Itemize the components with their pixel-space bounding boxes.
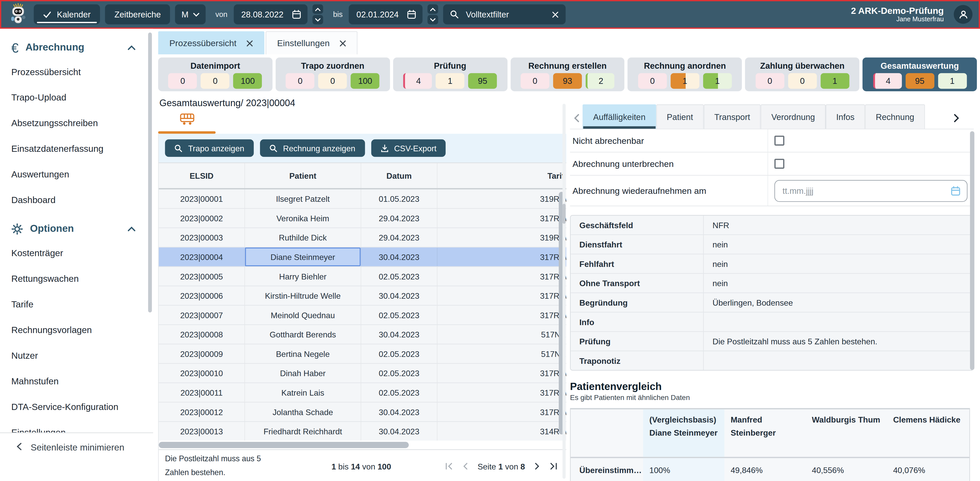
- table-cell[interactable]: 517NEF: [437, 344, 566, 363]
- table-cell[interactable]: 2023|00010: [159, 364, 244, 382]
- table-cell[interactable]: 30.04.2023: [361, 422, 437, 441]
- detail-tab-auff-lligkeiten[interactable]: Auffälligkeiten: [582, 104, 656, 129]
- user-menu-button[interactable]: [954, 5, 972, 24]
- process-card-rechnung-anordnen[interactable]: Rechnung anordnen011: [628, 57, 742, 91]
- column-header-tarif[interactable]: Tarif: [437, 163, 566, 188]
- zeitbereiche-button[interactable]: Zeitbereiche: [105, 4, 170, 24]
- table-cell[interactable]: 30.04.2023: [361, 325, 437, 344]
- table-cell[interactable]: 317RTW: [437, 267, 566, 286]
- process-card-pr-fung[interactable]: Prüfung4195: [393, 57, 508, 91]
- table-cell[interactable]: Kirstin-Hiltrude Welle: [244, 286, 361, 305]
- prev-page-icon[interactable]: [463, 462, 468, 470]
- table-cell[interactable]: 2023|00008: [159, 325, 244, 344]
- table-cell[interactable]: 2023|00012: [159, 403, 244, 421]
- von-step-up-button[interactable]: [313, 4, 323, 14]
- table-cell[interactable]: 2023|00002: [159, 209, 244, 228]
- table-cell[interactable]: Ruthilde Dick: [244, 228, 361, 247]
- abrechnung-unterbrechen-checkbox[interactable]: [774, 159, 784, 169]
- detail-tab-rechnung[interactable]: Rechnung: [865, 104, 925, 129]
- process-card-zahlung-berwachen[interactable]: Zahlung überwachen001: [745, 57, 859, 91]
- sidebar-item-rechnungsvorlagen[interactable]: Rechnungsvorlagen: [11, 317, 153, 342]
- sidebar-item-tarife[interactable]: Tarife: [11, 291, 153, 317]
- table-cell[interactable]: 319RTW: [437, 190, 566, 208]
- table-cell[interactable]: Dinah Haber: [244, 364, 361, 382]
- last-page-icon[interactable]: [549, 462, 558, 470]
- tab-prozessübersicht[interactable]: Prozessübersicht: [158, 31, 265, 54]
- kalender-button[interactable]: Kalender: [34, 4, 100, 24]
- table-cell[interactable]: Jolantha Schade: [244, 403, 361, 421]
- panel-scrollbar[interactable]: [970, 131, 974, 370]
- table-cell[interactable]: 314RTW: [437, 422, 566, 441]
- sidebar-item-kostentr-ger[interactable]: Kostenträger: [11, 240, 153, 266]
- table-cell[interactable]: 2023|00005: [159, 267, 244, 286]
- table-row[interactable]: 2023|00008Gotthardt Berends30.04.2023517…: [159, 325, 566, 345]
- bis-date-input[interactable]: [355, 9, 405, 19]
- resume-date-input[interactable]: [781, 185, 951, 196]
- table-row[interactable]: 2023|00013Friedhardt Reichhardt30.04.202…: [159, 422, 566, 441]
- table-cell[interactable]: 317RTW: [437, 306, 566, 324]
- process-card-rechnung-erstellen[interactable]: Rechnung erstellen0932: [510, 57, 625, 91]
- table-cell[interactable]: 29.04.2023: [361, 228, 437, 247]
- table-cell[interactable]: 29.04.2023: [361, 209, 437, 228]
- tabs-scroll-left-icon[interactable]: [570, 114, 582, 129]
- table-cell[interactable]: 02.05.2023: [361, 364, 437, 382]
- sidebar-item-trapo-upload[interactable]: Trapo-Upload: [11, 84, 153, 110]
- process-card-gesamtauswertung[interactable]: Gesamtauswertung4951: [862, 57, 977, 91]
- table-row[interactable]: 2023|00003Ruthilde Dick29.04.2023319RTW: [159, 228, 566, 248]
- show-trapo-button[interactable]: Trapo anzeigen: [165, 140, 254, 157]
- close-icon[interactable]: [340, 40, 347, 47]
- sidebar-item-dta-service-konfiguration[interactable]: DTA-Service-Konfiguration: [11, 394, 153, 419]
- table-cell[interactable]: 2023|00003: [159, 228, 244, 247]
- table-cell[interactable]: 2023|00001: [159, 190, 244, 208]
- sidebar-item-nutzer[interactable]: Nutzer: [11, 342, 153, 368]
- detail-tab-transport[interactable]: Transport: [703, 104, 760, 129]
- page-scrollbar[interactable]: [563, 204, 566, 224]
- tabs-scroll-right-icon[interactable]: [950, 114, 963, 129]
- detail-tab-verordnung[interactable]: Verordnung: [761, 104, 826, 129]
- table-row[interactable]: 2023|00001Ilsegret Patzelt01.05.2023319R…: [159, 190, 566, 209]
- sidebar-item-absetzungsschreiben[interactable]: Absetzungsschreiben: [11, 110, 153, 135]
- tab-einstellungen[interactable]: Einstellungen: [266, 31, 358, 54]
- table-horizontal-scrollbar[interactable]: [159, 442, 409, 448]
- sidebar-item-auswertungen[interactable]: Auswertungen: [11, 161, 153, 187]
- bis-step-down-button[interactable]: [428, 15, 438, 25]
- transport-view-tab[interactable]: [158, 113, 216, 134]
- table-cell[interactable]: 317RTW: [437, 364, 566, 382]
- table-cell[interactable]: 317RTW: [437, 383, 566, 402]
- csv-export-button[interactable]: CSV-Export: [371, 140, 446, 157]
- show-invoice-button[interactable]: Rechnung anzeigen: [260, 140, 365, 157]
- table-cell[interactable]: Bertina Negele: [244, 344, 361, 363]
- table-cell[interactable]: 02.05.2023: [361, 267, 437, 286]
- bis-step-up-button[interactable]: [428, 4, 438, 14]
- table-row[interactable]: 2023|00007Meinold Quednau02.05.2023317RT…: [159, 306, 566, 325]
- table-cell[interactable]: 2023|00011: [159, 383, 244, 402]
- von-step-down-button[interactable]: [313, 15, 323, 25]
- detail-tab-infos[interactable]: Infos: [826, 104, 865, 129]
- detail-tab-patient[interactable]: Patient: [656, 104, 703, 129]
- table-cell[interactable]: 2023|00006: [159, 286, 244, 305]
- calendar-icon[interactable]: [950, 185, 961, 196]
- table-cell[interactable]: 317RTW: [437, 209, 566, 228]
- table-cell[interactable]: 517NEF: [437, 325, 566, 344]
- table-cell[interactable]: 2023|00013: [159, 422, 244, 441]
- table-cell[interactable]: Harry Biehler: [244, 267, 361, 286]
- sidebar-scrollbar[interactable]: [148, 33, 152, 312]
- table-cell[interactable]: Friedhardt Reichhardt: [244, 422, 361, 441]
- table-cell[interactable]: 02.05.2023: [361, 383, 437, 402]
- table-cell[interactable]: 2023|00009: [159, 344, 244, 363]
- table-cell[interactable]: 317RTW: [437, 286, 566, 305]
- table-cell[interactable]: 30.04.2023: [361, 286, 437, 305]
- table-cell[interactable]: 01.05.2023: [361, 190, 437, 208]
- close-icon[interactable]: [247, 40, 253, 47]
- table-cell[interactable]: 30.04.2023: [361, 403, 437, 421]
- table-row[interactable]: 2023|00011Katrein Lais02.05.2023317RTW: [159, 383, 566, 403]
- table-row[interactable]: 2023|00010Dinah Haber02.05.2023317RTW: [159, 364, 566, 383]
- process-card-datenimport[interactable]: Datenimport00100: [158, 57, 272, 91]
- table-cell[interactable]: Diane Steinmeyer: [244, 247, 361, 266]
- table-cell[interactable]: 317RTW: [437, 403, 566, 421]
- sidebar-minimize-button[interactable]: Seitenleiste minimieren: [0, 433, 153, 481]
- sidebar-item-prozess-bersicht[interactable]: Prozessübersicht: [11, 59, 153, 84]
- calendar-icon[interactable]: [292, 10, 301, 19]
- first-page-icon[interactable]: [445, 462, 453, 470]
- table-cell[interactable]: Ilsegret Patzelt: [244, 190, 361, 208]
